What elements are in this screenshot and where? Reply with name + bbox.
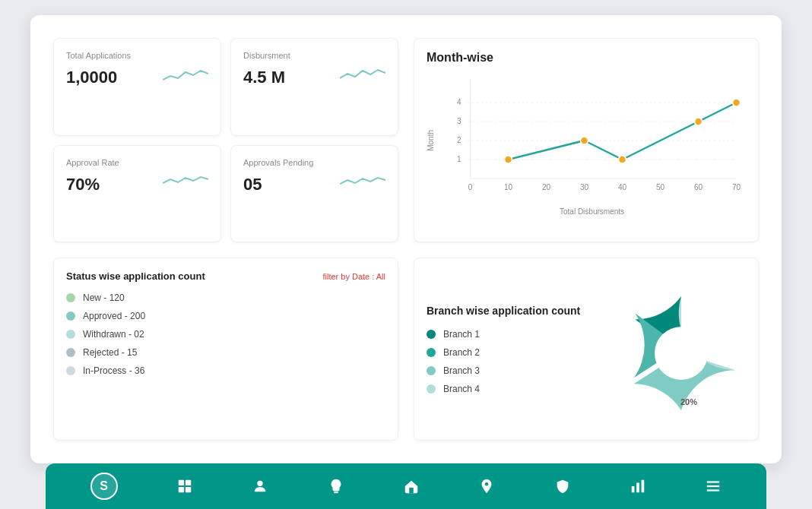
svg-rect-36: [632, 486, 635, 492]
svg-text:60: 60: [694, 183, 703, 191]
svg-text:20%: 20%: [680, 397, 697, 406]
svg-text:23%: 23%: [736, 332, 753, 341]
branch-info: Branch wise application count Branch 1 B…: [427, 304, 594, 395]
svg-rect-29: [186, 480, 191, 485]
nav-analytics[interactable]: [623, 472, 652, 501]
svg-point-23: [655, 327, 708, 380]
status-dot: [66, 311, 75, 321]
stat-card-approvals-pending: Approvals Pending 05: [230, 145, 398, 243]
branch-dot: [427, 366, 436, 375]
svg-point-19: [581, 137, 588, 144]
svg-rect-28: [179, 480, 184, 485]
svg-point-18: [505, 156, 512, 163]
branch-legend: Branch 1 Branch 2 Branch 3 Branch 4: [427, 329, 594, 394]
branch-item: Branch 4: [427, 384, 594, 394]
status-label: Approved - 200: [83, 311, 145, 321]
nav-avatar[interactable]: S: [84, 466, 124, 506]
bottom-nav: S: [46, 463, 766, 509]
svg-point-20: [619, 156, 626, 163]
branch-dot: [427, 384, 436, 394]
nav-user[interactable]: [246, 472, 274, 501]
nav-location[interactable]: [472, 472, 501, 501]
dashboard-icon: [176, 478, 193, 495]
chart-title: Month-wise: [427, 51, 746, 65]
stat-value-total: 1,0000: [66, 68, 117, 87]
svg-rect-31: [186, 487, 191, 492]
branch-item: Branch 1: [427, 329, 594, 340]
branch-label: Branch 1: [443, 329, 480, 340]
main-content: Total Applications 1,0000 Disbursment 4.…: [30, 15, 782, 463]
line-chart-svg: 1 2 3 4 0 10 20 30 40 50 60 70: [438, 72, 746, 201]
stat-value-pending: 05: [243, 175, 262, 194]
status-item: Withdrawn - 02: [66, 329, 385, 340]
stat-value-approval: 70%: [66, 175, 100, 194]
svg-text:0: 0: [468, 183, 473, 191]
home-icon: [403, 478, 420, 495]
status-dot: [66, 330, 75, 339]
svg-text:22%: 22%: [707, 308, 724, 317]
branch-dot: [427, 330, 436, 339]
chart-section: Month-wise Month 1 2 3 4: [414, 38, 759, 242]
status-section: Status wise application count filter by …: [53, 258, 398, 441]
shield-icon: [554, 478, 571, 495]
svg-text:10: 10: [504, 183, 513, 191]
status-label: Withdrawn - 02: [83, 329, 144, 340]
user-icon: [252, 478, 268, 495]
svg-point-35: [485, 482, 489, 486]
status-dot: [66, 293, 75, 302]
stat-label-pending: Approvals Pending: [243, 158, 385, 167]
svg-text:40: 40: [618, 183, 627, 191]
nav-dashboard[interactable]: [170, 472, 199, 501]
svg-text:30: 30: [580, 183, 589, 191]
svg-rect-38: [642, 480, 645, 493]
svg-text:50: 50: [656, 183, 665, 191]
nav-home[interactable]: [397, 472, 426, 501]
filter-button[interactable]: filter by Date : All: [322, 272, 385, 281]
svg-text:3: 3: [457, 117, 462, 125]
status-section-title: Status wise application count: [66, 270, 205, 282]
wave-icon-pending: [340, 172, 385, 194]
svg-text:70: 70: [732, 183, 741, 191]
status-item: In-Process - 36: [66, 365, 385, 376]
nav-menu[interactable]: [699, 472, 728, 501]
status-dot: [66, 366, 75, 375]
location-icon: [478, 478, 495, 495]
svg-rect-34: [409, 488, 414, 493]
stat-label-total: Total Applications: [66, 51, 208, 60]
branch-item: Branch 3: [427, 365, 594, 376]
avatar-letter: S: [100, 479, 108, 493]
branch-item: Branch 2: [427, 347, 594, 358]
stats-section: Total Applications 1,0000 Disbursment 4.…: [53, 38, 398, 242]
svg-point-21: [695, 118, 703, 125]
svg-text:35%: 35%: [626, 353, 642, 362]
stat-label-disbursment: Disbursment: [243, 51, 385, 60]
branch-dot: [427, 348, 436, 357]
x-axis-label: Total Disbursments: [438, 207, 746, 216]
bulb-icon: [328, 478, 344, 495]
wave-icon-disbursment: [340, 65, 385, 87]
stat-label-approval: Approval Rate: [66, 158, 208, 167]
menu-icon: [705, 478, 722, 495]
branch-label: Branch 4: [443, 384, 480, 394]
svg-point-22: [733, 99, 741, 106]
status-item: Rejected - 15: [66, 347, 385, 358]
nav-ideas[interactable]: [322, 472, 350, 501]
stat-card-disbursment: Disbursment 4.5 M: [230, 38, 398, 136]
nav-shield[interactable]: [548, 472, 577, 501]
avatar: S: [90, 473, 118, 500]
branch-section: Branch wise application count Branch 1 B…: [414, 258, 759, 441]
svg-rect-30: [179, 487, 184, 492]
status-label: In-Process - 36: [83, 365, 144, 376]
y-axis-label: Month: [427, 130, 435, 151]
branch-label: Branch 2: [443, 347, 480, 358]
pie-chart-svg: 22% 23% 35% 20%: [609, 281, 753, 425]
status-dot: [66, 348, 75, 357]
status-label: Rejected - 15: [83, 347, 137, 358]
status-item: Approved - 200: [66, 311, 385, 321]
svg-text:4: 4: [457, 98, 462, 106]
status-list: New - 120 Approved - 200 Withdrawn - 02 …: [66, 292, 385, 376]
branch-section-title: Branch wise application count: [427, 304, 594, 319]
svg-text:20: 20: [542, 183, 551, 191]
svg-text:1: 1: [457, 155, 462, 163]
stat-card-approval-rate: Approval Rate 70%: [53, 145, 221, 243]
